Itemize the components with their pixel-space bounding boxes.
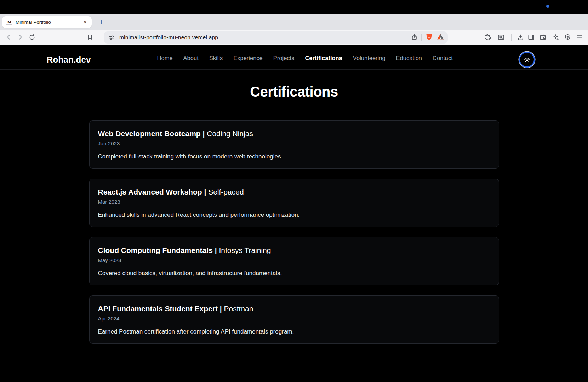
certification-card: API Fundamentals Student Expert |Postman… bbox=[89, 295, 499, 344]
nav-link-home[interactable]: Home bbox=[157, 55, 173, 64]
nav-link-experience[interactable]: Experience bbox=[233, 55, 263, 64]
nav-link-skills[interactable]: Skills bbox=[209, 55, 223, 64]
certification-card: Cloud Computing Fundamentals |Infosys Tr… bbox=[89, 237, 499, 285]
certification-card: Web Development Bootcamp |Coding Ninjas … bbox=[89, 120, 499, 169]
page-content: Rohan.dev Home About Skills Experience P… bbox=[0, 45, 588, 382]
certification-title: React.js Advanced Workshop |Self-paced bbox=[98, 188, 490, 196]
urlbar-divider bbox=[421, 34, 422, 41]
certification-name: API Fundamentals Student Expert | bbox=[98, 305, 222, 313]
certification-list: Web Development Bootcamp |Coding Ninjas … bbox=[89, 120, 499, 344]
share-icon[interactable] bbox=[411, 34, 418, 42]
leo-ai-icon[interactable] bbox=[550, 32, 561, 42]
certification-date: Mar 2023 bbox=[98, 199, 490, 205]
tab-close-icon[interactable]: × bbox=[82, 19, 88, 26]
certification-description: Completed full-stack training with focus… bbox=[98, 153, 490, 160]
certification-issuer: Postman bbox=[224, 305, 253, 313]
nav-link-projects[interactable]: Projects bbox=[273, 55, 295, 64]
tab-search-icon[interactable] bbox=[496, 32, 506, 42]
certification-title: Cloud Computing Fundamentals |Infosys Tr… bbox=[98, 246, 490, 255]
theme-toggle-button[interactable] bbox=[519, 52, 535, 68]
tab-title: Minimal Portfolio bbox=[16, 19, 82, 25]
certification-description: Earned Postman certification after compl… bbox=[98, 328, 490, 335]
macos-menubar bbox=[0, 0, 588, 14]
site-header: Rohan.dev Home About Skills Experience P… bbox=[0, 45, 588, 70]
brave-shield-icon[interactable] bbox=[425, 33, 433, 42]
certification-card: React.js Advanced Workshop |Self-paced M… bbox=[89, 179, 499, 227]
address-bar[interactable]: minimalist-portfolio-mu-neon.vercel.app bbox=[104, 31, 448, 44]
certification-title: Web Development Bootcamp |Coding Ninjas bbox=[98, 129, 490, 138]
nav-link-volunteering[interactable]: Volunteering bbox=[353, 55, 386, 64]
certification-description: Enhanced skills in advanced React concep… bbox=[98, 212, 490, 219]
certification-name: React.js Advanced Workshop | bbox=[98, 188, 206, 196]
nav-link-about[interactable]: About bbox=[183, 55, 199, 64]
vpn-shield-icon[interactable] bbox=[562, 32, 573, 42]
extensions-icon[interactable] bbox=[482, 32, 493, 42]
sidebar-icon[interactable] bbox=[526, 32, 536, 42]
certification-description: Covered cloud basics, virtualization, an… bbox=[98, 270, 490, 277]
certification-title: API Fundamentals Student Expert |Postman bbox=[98, 305, 490, 313]
forward-icon[interactable] bbox=[15, 32, 25, 42]
downloads-icon[interactable] bbox=[515, 32, 526, 42]
certification-issuer: Self-paced bbox=[208, 188, 244, 196]
site-nav: Home About Skills Experience Projects Ce… bbox=[91, 55, 519, 64]
tab-favicon: M bbox=[6, 19, 12, 25]
certification-name: Cloud Computing Fundamentals | bbox=[98, 246, 217, 254]
site-settings-icon[interactable] bbox=[108, 34, 115, 41]
menu-icon[interactable] bbox=[574, 32, 585, 42]
wallet-icon[interactable] bbox=[537, 32, 548, 42]
bookmark-icon[interactable] bbox=[85, 32, 95, 42]
page-title: Certifications bbox=[0, 83, 588, 100]
browser-tab-active[interactable]: M Minimal Portfolio × bbox=[2, 16, 92, 28]
browser-toolbar: minimalist-portfolio-mu-neon.vercel.app bbox=[0, 30, 588, 45]
nav-link-education[interactable]: Education bbox=[396, 55, 422, 64]
nav-link-contact[interactable]: Contact bbox=[433, 55, 453, 64]
toolbar-divider bbox=[511, 34, 512, 41]
certification-date: Apr 2024 bbox=[98, 316, 490, 322]
new-tab-button[interactable]: + bbox=[96, 17, 106, 27]
certification-date: May 2023 bbox=[98, 257, 490, 263]
brave-rewards-icon[interactable] bbox=[436, 33, 444, 42]
recording-indicator-dot bbox=[546, 5, 549, 8]
back-icon[interactable] bbox=[4, 32, 14, 42]
certification-name: Web Development Bootcamp | bbox=[98, 129, 205, 138]
certification-issuer: Infosys Training bbox=[219, 246, 271, 254]
reload-icon[interactable] bbox=[27, 32, 37, 42]
nav-link-certifications[interactable]: Certifications bbox=[305, 55, 342, 64]
certification-issuer: Coding Ninjas bbox=[207, 129, 253, 138]
certification-date: Jan 2023 bbox=[98, 140, 490, 146]
site-logo[interactable]: Rohan.dev bbox=[47, 55, 91, 65]
browser-tab-strip: M Minimal Portfolio × + bbox=[0, 14, 588, 30]
sun-icon bbox=[524, 56, 531, 63]
url-text[interactable]: minimalist-portfolio-mu-neon.vercel.app bbox=[119, 34, 411, 41]
